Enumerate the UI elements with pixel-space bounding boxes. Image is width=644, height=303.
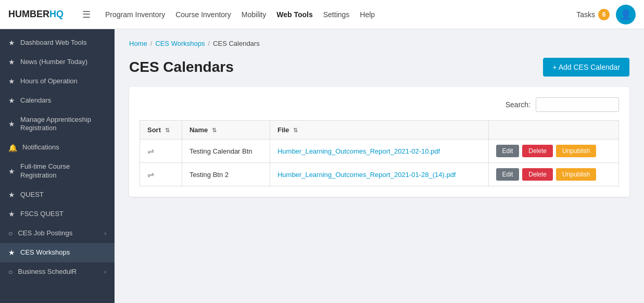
sidebar-item-label: CES Workshops (20, 248, 106, 257)
sidebar-item-notifications[interactable]: 🔔 Notifications (0, 138, 115, 157)
star-icon: ★ (8, 191, 15, 199)
search-label: Search: (506, 100, 531, 109)
table-row: ⇌ Testing Calendar Btn Humber_Learning_O… (140, 140, 619, 163)
search-input[interactable] (536, 97, 619, 112)
nav-settings[interactable]: Settings (323, 10, 350, 19)
row1-unpublish-button[interactable]: Unpublish (556, 145, 596, 157)
star-icon: ★ (8, 39, 15, 47)
col-file-label: File (277, 126, 289, 134)
calendars-table: Sort ⇅ Name ⇅ File ⇅ (140, 120, 619, 186)
sort-arrows-icon: ⇅ (212, 127, 217, 133)
main-content: Home / CES Workshops / CES Calendars CES… (115, 29, 644, 303)
nav-web-tools[interactable]: Web Tools (276, 10, 312, 19)
sidebar-item-ces-workshops[interactable]: ★ CES Workshops (0, 243, 115, 262)
sidebar-item-dashboard-web-tools[interactable]: ★ Dashboard Web Tools (0, 33, 115, 53)
sort-arrows-icon: ⇅ (165, 127, 170, 133)
row1-delete-button[interactable]: Delete (522, 145, 553, 157)
col-file[interactable]: File ⇅ (270, 121, 488, 140)
logo-hq: HQ (49, 9, 64, 20)
shuffle-icon: ⇌ (147, 170, 154, 179)
breadcrumb: Home / CES Workshops / CES Calendars (129, 40, 629, 47)
row2-action-group: Edit Delete Unpublish (496, 168, 611, 181)
sidebar-item-label: Manage Apprenticeship Registration (20, 116, 106, 133)
row2-unpublish-button[interactable]: Unpublish (556, 168, 596, 181)
logo-humber: HUMBER (8, 9, 49, 20)
col-name[interactable]: Name ⇅ (182, 121, 270, 140)
layout: ★ Dashboard Web Tools ★ News (Humber Tod… (0, 29, 644, 303)
sidebar-item-fscs-quest[interactable]: ★ FSCS QUEST (0, 205, 115, 224)
row1-action-group: Edit Delete Unpublish (496, 145, 611, 157)
star-icon: ★ (8, 96, 15, 105)
row2-name-cell: Testing Btn 2 (182, 163, 270, 186)
tasks-count: 6 (598, 9, 610, 20)
chevron-right-icon: › (104, 269, 106, 275)
circle-icon: ○ (8, 229, 12, 237)
sidebar-item-label: News (Humber Today) (20, 58, 106, 67)
row1-name-cell: Testing Calendar Btn (182, 140, 270, 163)
sidebar-item-label: Business SchedulR (18, 268, 99, 276)
table-card: Search: Sort ⇅ Name ⇅ (129, 87, 629, 197)
row1-edit-button[interactable]: Edit (496, 145, 520, 157)
row2-file-cell: Humber_Learning_Outcomes_Report_2021-01-… (270, 163, 488, 186)
sidebar-item-label: Hours of Operation (20, 77, 106, 86)
hamburger-icon[interactable]: ☰ (80, 7, 93, 22)
sidebar-item-manage-apprenticeship[interactable]: ★ Manage Apprenticeship Registration (0, 110, 115, 138)
table-body: ⇌ Testing Calendar Btn Humber_Learning_O… (140, 140, 619, 186)
col-sort[interactable]: Sort ⇅ (140, 121, 182, 140)
sidebar-item-calendars[interactable]: ★ Calendars (0, 91, 115, 110)
sidebar-item-label: Notifications (22, 143, 106, 152)
top-nav: HUMBER HQ ☰ Program Inventory Course Inv… (0, 0, 644, 29)
sort-arrows-icon: ⇅ (293, 127, 298, 133)
search-row: Search: (140, 97, 619, 112)
nav-course-inventory[interactable]: Course Inventory (175, 10, 231, 19)
nav-right: Tasks 6 👤 (576, 5, 636, 24)
star-icon: ★ (8, 210, 15, 218)
row1-name: Testing Calendar Btn (190, 147, 252, 155)
tasks-label: Tasks (576, 10, 595, 19)
row2-edit-button[interactable]: Edit (496, 168, 520, 181)
chevron-right-icon: › (104, 230, 106, 236)
add-ces-calendar-button[interactable]: + Add CES Calendar (543, 58, 629, 77)
table-header-row: Sort ⇅ Name ⇅ File ⇅ (140, 121, 619, 140)
star-icon: ★ (8, 120, 15, 128)
table-head: Sort ⇅ Name ⇅ File ⇅ (140, 121, 619, 140)
row2-sort-cell: ⇌ (140, 163, 182, 186)
star-icon: ★ (8, 77, 15, 85)
sidebar-item-hours-of-operation[interactable]: ★ Hours of Operation (0, 72, 115, 91)
sidebar-item-label: Calendars (20, 96, 106, 105)
sidebar-item-label: FSCS QUEST (20, 210, 106, 219)
user-avatar[interactable]: 👤 (616, 5, 636, 24)
star-icon: ★ (8, 248, 15, 257)
breadcrumb-sep1: / (150, 40, 153, 47)
nav-links: Program Inventory Course Inventory Mobil… (105, 10, 564, 19)
sidebar-item-label: CES Job Postings (18, 229, 99, 238)
sidebar-item-news-humber-today[interactable]: ★ News (Humber Today) (0, 53, 115, 72)
logo[interactable]: HUMBER HQ (8, 9, 64, 20)
row2-actions-cell: Edit Delete Unpublish (488, 163, 618, 186)
row1-file-link[interactable]: Humber_Learning_Outcomes_Report_2021-02-… (277, 147, 440, 155)
table-row: ⇌ Testing Btn 2 Humber_Learning_Outcomes… (140, 163, 619, 186)
breadcrumb-ces-workshops[interactable]: CES Workshops (155, 40, 205, 47)
nav-help[interactable]: Help (360, 10, 375, 19)
sidebar-item-label: QUEST (20, 191, 106, 199)
sidebar-item-quest[interactable]: ★ QUEST (0, 185, 115, 205)
sidebar-item-full-time-course-registration[interactable]: ★ Full-time Course Registration (0, 157, 115, 185)
nav-mobility[interactable]: Mobility (242, 10, 266, 19)
sidebar-item-ces-job-postings[interactable]: ○ CES Job Postings › (0, 224, 115, 243)
row1-file-cell: Humber_Learning_Outcomes_Report_2021-02-… (270, 140, 488, 163)
nav-program-inventory[interactable]: Program Inventory (105, 10, 165, 19)
row2-file-link[interactable]: Humber_Learning_Outcomes_Report_2021-01-… (277, 171, 456, 179)
row2-delete-button[interactable]: Delete (522, 168, 553, 181)
tasks-badge[interactable]: Tasks 6 (576, 9, 610, 20)
sidebar: ★ Dashboard Web Tools ★ News (Humber Tod… (0, 29, 115, 303)
col-actions (488, 121, 618, 140)
row2-name: Testing Btn 2 (190, 171, 229, 179)
star-icon: ★ (8, 167, 15, 175)
star-icon: ★ (8, 58, 15, 66)
breadcrumb-sep2: / (208, 40, 210, 47)
row1-actions-cell: Edit Delete Unpublish (488, 140, 618, 163)
breadcrumb-home[interactable]: Home (129, 40, 147, 47)
sidebar-item-business-schedulr[interactable]: ○ Business SchedulR › (0, 262, 115, 282)
sidebar-item-label: Dashboard Web Tools (20, 39, 106, 47)
breadcrumb-current: CES Calendars (213, 40, 260, 47)
